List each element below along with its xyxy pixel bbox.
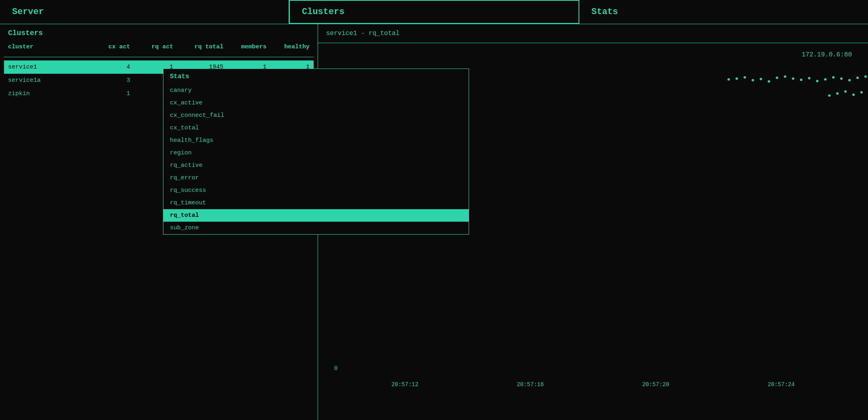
svg-point-22: [844, 90, 847, 93]
stats-item-cx-active[interactable]: cx_active: [163, 97, 469, 109]
svg-point-3: [752, 79, 754, 81]
stats-item-health-flags[interactable]: health_flags: [163, 134, 469, 147]
chart-timestamps: 20:57:12 20:57:16 20:57:20 20:57:24: [318, 381, 868, 388]
row-cx-act: 1: [87, 90, 130, 97]
svg-point-13: [832, 76, 835, 79]
clusters-panel-title: Clusters: [0, 24, 318, 40]
row-cluster: zipkin: [8, 90, 87, 97]
stats-item-rq-total[interactable]: rq_total: [163, 209, 469, 222]
col-header-rq-act: rq act: [130, 44, 173, 50]
svg-point-12: [824, 78, 827, 81]
svg-point-23: [852, 94, 855, 96]
timestamp-3: 20:57:20: [642, 381, 669, 388]
row-cluster: service1: [8, 64, 87, 71]
col-header-members: members: [223, 44, 267, 50]
timestamp-2: 20:57:16: [517, 381, 544, 388]
svg-point-5: [768, 80, 770, 83]
stats-item-rq-active[interactable]: rq_active: [163, 159, 469, 172]
svg-point-0: [727, 78, 730, 81]
svg-point-14: [840, 77, 843, 80]
svg-point-6: [776, 77, 778, 79]
stats-item-rq-timeout[interactable]: rq_timeout: [163, 197, 469, 209]
chart-title: service1 - rq_total: [318, 24, 868, 43]
nav-clusters-label: Clusters: [302, 7, 345, 17]
svg-point-8: [792, 77, 794, 80]
row-cx-act: 3: [87, 77, 130, 84]
svg-point-21: [836, 92, 839, 95]
stats-dropdown-title: Stats: [163, 69, 469, 84]
svg-point-16: [856, 77, 859, 79]
nav-stats-label: Stats: [591, 7, 618, 17]
col-header-cx-act: cx act: [87, 44, 130, 50]
chart-svg: [407, 63, 868, 144]
top-navigation: Server Clusters Stats: [0, 0, 868, 24]
svg-point-24: [860, 91, 863, 94]
col-header-healthy: healthy: [267, 44, 310, 50]
timestamp-1: 20:57:12: [391, 381, 418, 388]
svg-point-7: [784, 75, 786, 78]
nav-clusters[interactable]: Clusters: [289, 0, 579, 24]
row-cluster: service1a: [8, 77, 87, 84]
nav-server[interactable]: Server: [0, 0, 289, 24]
stats-item-cx-total[interactable]: cx_total: [163, 122, 469, 134]
nav-server-label: Server: [12, 7, 44, 17]
col-header-cluster: cluster: [8, 44, 87, 50]
row-cx-act: 4: [87, 64, 130, 71]
chart-ip: 172.19.0.6:80: [802, 51, 852, 58]
svg-point-1: [736, 77, 738, 80]
svg-point-20: [828, 94, 831, 97]
stats-item-rq-error[interactable]: rq_error: [163, 172, 469, 184]
col-header-rq-total: rq total: [173, 44, 223, 50]
stats-item-region[interactable]: region: [163, 147, 469, 159]
table-divider: [4, 57, 314, 57]
timestamp-4: 20:57:24: [768, 381, 795, 388]
stats-item-canary[interactable]: canary: [163, 84, 469, 97]
chart-y-label: 0: [334, 365, 337, 372]
svg-point-4: [760, 78, 762, 80]
nav-stats[interactable]: Stats: [579, 0, 868, 24]
stats-item-sub-zone[interactable]: sub_zone: [163, 222, 469, 234]
svg-point-17: [864, 75, 867, 78]
stats-item-rq-success[interactable]: rq_success: [163, 184, 469, 197]
svg-point-11: [816, 80, 818, 82]
svg-point-2: [744, 76, 746, 79]
svg-point-15: [848, 79, 851, 81]
table-header: cluster cx act rq act rq total members h…: [4, 40, 314, 54]
stats-dropdown: Stats canary cx_active cx_connect_fail c…: [163, 69, 469, 235]
svg-point-9: [800, 79, 802, 81]
stats-item-cx-connect-fail[interactable]: cx_connect_fail: [163, 109, 469, 122]
svg-point-10: [808, 77, 810, 79]
